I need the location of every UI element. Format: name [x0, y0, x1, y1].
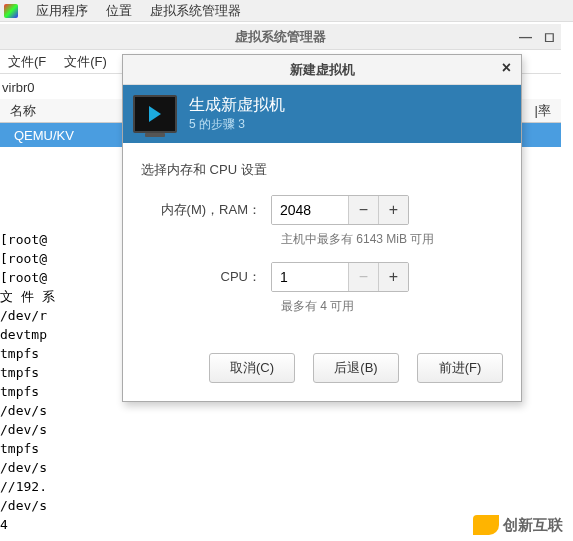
cpu-input[interactable]	[272, 263, 348, 291]
dialog-banner: 生成新虚拟机 5 的步骤 3	[123, 85, 521, 143]
banner-title: 生成新虚拟机	[189, 95, 285, 116]
back-button[interactable]: 后退(B)	[313, 353, 399, 383]
menu-applications[interactable]: 应用程序	[36, 2, 88, 20]
ram-label: 内存(M)，RAM：	[141, 201, 271, 219]
vmm-titlebar: 虚拟系统管理器 — ◻	[0, 24, 561, 50]
cancel-button[interactable]: 取消(C)	[209, 353, 295, 383]
file-menu-1[interactable]: 文件(F	[8, 53, 46, 71]
menu-vmm[interactable]: 虚拟系统管理器	[150, 2, 241, 20]
brand-logo-icon	[473, 515, 499, 535]
cpu-spinner: − +	[271, 262, 409, 292]
dialog-titlebar: 新建虚拟机 ×	[123, 55, 521, 85]
section-label: 选择内存和 CPU 设置	[141, 161, 503, 179]
dialog-body: 选择内存和 CPU 设置 内存(M)，RAM： − + 主机中最多有 6143 …	[123, 143, 521, 339]
vmm-title-text: 虚拟系统管理器	[235, 28, 326, 46]
banner-step: 5 的步骤 3	[189, 116, 285, 133]
cpu-minus-button: −	[348, 263, 378, 291]
ram-plus-button[interactable]: +	[378, 196, 408, 224]
maximize-icon[interactable]: ◻	[544, 29, 555, 44]
ram-input[interactable]	[272, 196, 348, 224]
terminal-output: [root@ [root@ [root@ 文 件 系 /dev/r devtmp…	[0, 230, 55, 534]
dialog-title-text: 新建虚拟机	[290, 61, 355, 79]
ram-hint: 主机中最多有 6143 MiB 可用	[281, 231, 503, 248]
brand-watermark: 创新互联	[473, 515, 563, 535]
cpu-row: CPU： − +	[141, 262, 503, 292]
brand-text: 创新互联	[503, 516, 563, 535]
file-menu-2[interactable]: 文件(F)	[64, 53, 107, 71]
menu-location[interactable]: 位置	[106, 2, 132, 20]
cpu-plus-button[interactable]: +	[378, 263, 408, 291]
close-icon[interactable]: ×	[502, 59, 511, 77]
minimize-icon[interactable]: —	[519, 29, 532, 44]
desktop-menubar: 应用程序 位置 虚拟系统管理器	[0, 0, 573, 22]
apps-icon	[4, 4, 18, 18]
cpu-hint: 最多有 4 可用	[281, 298, 503, 315]
dialog-footer: 取消(C) 后退(B) 前进(F)	[123, 339, 521, 401]
cpu-label: CPU：	[141, 268, 271, 286]
ram-row: 内存(M)，RAM： − +	[141, 195, 503, 225]
forward-button[interactable]: 前进(F)	[417, 353, 503, 383]
monitor-icon	[133, 95, 177, 133]
ram-minus-button[interactable]: −	[348, 196, 378, 224]
col-usage: |率	[535, 102, 551, 120]
new-vm-dialog: 新建虚拟机 × 生成新虚拟机 5 的步骤 3 选择内存和 CPU 设置 内存(M…	[122, 54, 522, 402]
ram-spinner: − +	[271, 195, 409, 225]
